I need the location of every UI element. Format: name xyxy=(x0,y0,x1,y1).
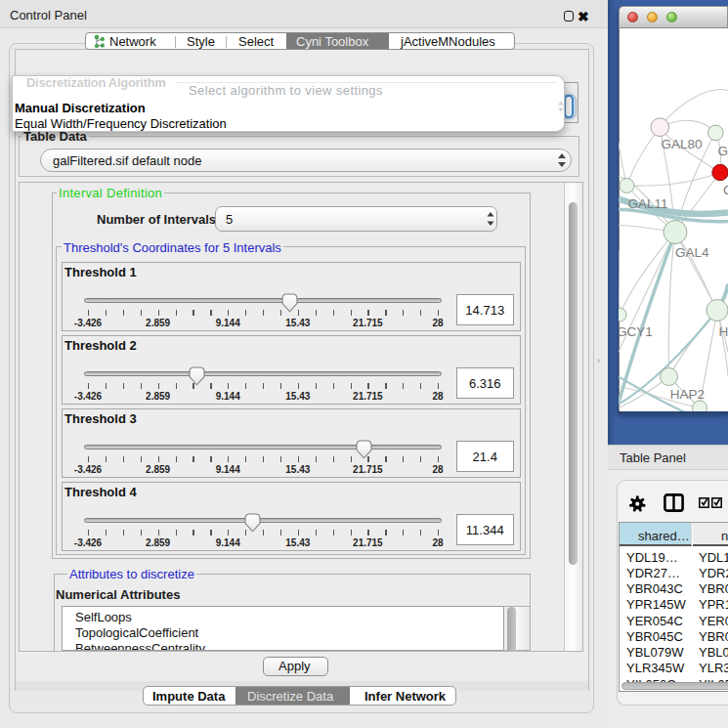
svg-text:GAL11: GAL11 xyxy=(628,196,668,211)
svg-text:HAP2: HAP2 xyxy=(670,387,705,402)
svg-text:GAL4: GAL4 xyxy=(675,245,709,260)
svg-text:HNM1: HNM1 xyxy=(719,324,728,339)
svg-text:C: C xyxy=(723,183,728,197)
svg-text:GCY1: GCY1 xyxy=(619,324,653,339)
svg-text:GAL80: GAL80 xyxy=(662,137,703,151)
svg-text:GAL2: GAL2 xyxy=(718,144,728,158)
